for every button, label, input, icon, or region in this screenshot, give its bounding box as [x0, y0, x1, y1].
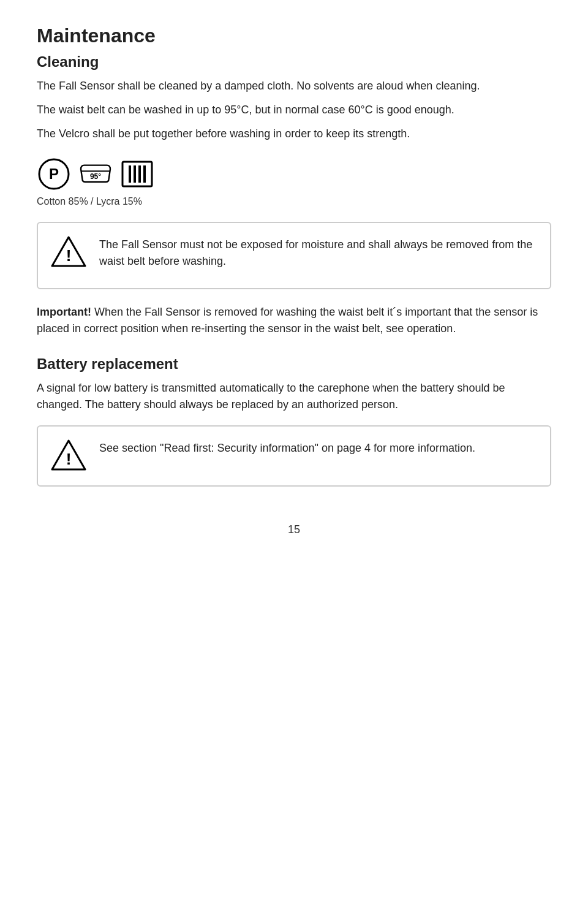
cleaning-para-3: The Velcro shall be put together before … — [37, 126, 551, 142]
battery-warning-box: ! See section "Read first: Security info… — [37, 425, 551, 487]
warning-icon-2: ! — [50, 438, 87, 474]
tumble-dry-symbol — [120, 157, 154, 191]
cleaning-warning-text: The Fall Sensor must not be exposed for … — [99, 234, 538, 270]
svg-text:P: P — [49, 165, 59, 182]
important-text: Important! When the Fall Sensor is remov… — [37, 304, 551, 337]
care-label: Cotton 85% / Lycra 15% — [37, 196, 551, 207]
svg-text:!: ! — [66, 450, 72, 468]
important-heading: Important! — [37, 306, 91, 318]
wash-95-symbol: 95° — [78, 157, 113, 191]
battery-para-1: A signal for low battery is transmitted … — [37, 380, 551, 413]
cleaning-para-1: The Fall Sensor shall be cleaned by a da… — [37, 78, 551, 94]
page-number: 15 — [37, 523, 551, 536]
cleaning-section: Cleaning The Fall Sensor shall be cleane… — [37, 53, 551, 337]
svg-text:!: ! — [66, 246, 72, 265]
care-symbols: P 95° — [37, 157, 551, 191]
warning-icon-1: ! — [50, 234, 87, 271]
battery-section: Battery replacement A signal for low bat… — [37, 355, 551, 487]
svg-text:95°: 95° — [90, 172, 101, 181]
svg-rect-3 — [123, 162, 152, 186]
cleaning-heading: Cleaning — [37, 53, 551, 70]
page-title: Maintenance — [37, 25, 551, 47]
important-body: When the Fall Sensor is removed for wash… — [37, 306, 538, 335]
battery-heading: Battery replacement — [37, 355, 551, 373]
dry-clean-symbol: P — [37, 157, 71, 191]
cleaning-para-2: The waist belt can be washed in up to 95… — [37, 102, 551, 118]
cleaning-warning-box: ! The Fall Sensor must not be exposed fo… — [37, 222, 551, 289]
battery-warning-text: See section "Read first: Security inform… — [99, 438, 475, 457]
